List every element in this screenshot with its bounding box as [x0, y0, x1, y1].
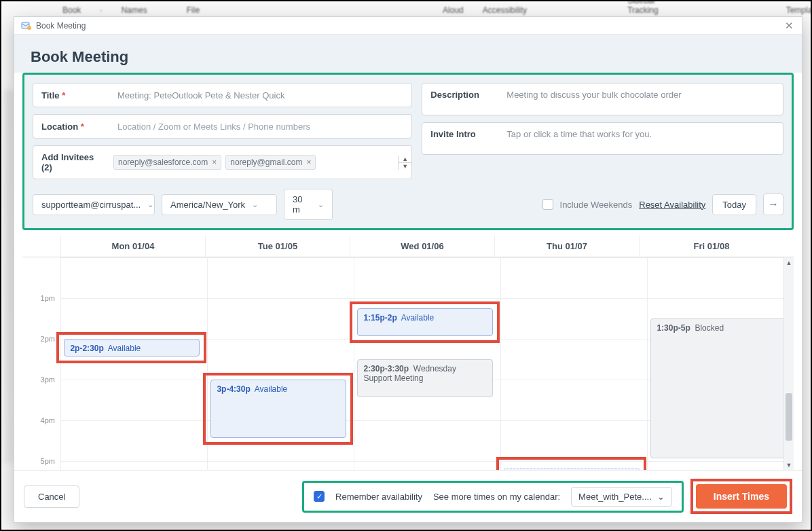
invitee-stepper[interactable]: ▲ ▼: [398, 155, 411, 170]
description-field[interactable]: Description Meeting to discuss your bulk…: [422, 83, 783, 115]
insert-times-button[interactable]: Insert Times: [696, 484, 787, 509]
modal-footer: Cancel ✓ Remember availability See more …: [14, 470, 802, 522]
more-times-label: See more times on my calendar:: [433, 492, 560, 502]
hour-label: 3pm: [41, 376, 55, 384]
blocked-event[interactable]: 1:30p-5p Blocked: [650, 318, 786, 458]
today-button[interactable]: Today: [712, 194, 756, 215]
invite-intro-field[interactable]: Invite Intro Tap or click a time that wo…: [422, 122, 783, 155]
include-weekends-checkbox[interactable]: [542, 199, 553, 210]
invitees-field[interactable]: Add Invitees (2) noreply@salesforce.com×…: [33, 145, 412, 179]
insert-highlight-frame: Insert Times: [690, 479, 792, 514]
chevron-down-icon: ⌄: [657, 492, 665, 502]
chevron-up-icon[interactable]: ▲: [399, 155, 411, 163]
page-title: Book Meeting: [31, 48, 786, 66]
scroll-thumb[interactable]: [786, 393, 792, 441]
remove-icon[interactable]: ×: [306, 158, 311, 167]
hour-label: 2pm: [41, 335, 55, 343]
remove-icon[interactable]: ×: [212, 158, 217, 167]
svg-point-1: [27, 26, 31, 30]
next-week-button[interactable]: →: [763, 194, 783, 215]
cancel-button[interactable]: Cancel: [24, 486, 79, 508]
chevron-down-icon[interactable]: ▼: [399, 163, 411, 170]
calendar-link-select[interactable]: Meet_with_Pete....⌄: [571, 487, 672, 507]
description-input[interactable]: Meeting to discuss your bulk chocolate o…: [498, 84, 783, 106]
title-input[interactable]: Meeting: PeteOutlook Pete & Nester Quick: [109, 84, 411, 107]
day-header: Fri 01/08: [639, 236, 783, 257]
modal-header: Book Meeting: [14, 35, 802, 73]
calendar: Mon 01/04 Tue 01/05 Wed 01/06 Thu 01/07 …: [22, 236, 794, 470]
invite-intro-input[interactable]: Tap or click a time that works for you.: [498, 123, 783, 145]
remember-availability-checkbox[interactable]: ✓: [314, 491, 325, 502]
drag-placeholder[interactable]: Click and drag...: [504, 468, 640, 470]
scroll-down-icon[interactable]: ▼: [784, 460, 794, 470]
scrollbar[interactable]: ▲ ▼: [783, 257, 794, 470]
busy-event[interactable]: 2:30p-3:30p Wednesday Support Meeting: [357, 359, 493, 397]
invitee-chip[interactable]: noreply@salesforce.com×: [113, 155, 221, 170]
account-select[interactable]: supportteam@cirruspat...⌄: [33, 194, 155, 215]
location-field[interactable]: Location * Location / Zoom or Meets Link…: [33, 114, 412, 139]
availability-slot[interactable]: 2p-2:30p Available: [64, 339, 200, 356]
remember-availability-label: Remember availability: [335, 492, 422, 502]
modal-title: Book Meeting: [36, 21, 86, 31]
hour-label: 5pm: [41, 457, 55, 465]
timezone-select[interactable]: America/New_York⌄: [162, 194, 277, 215]
day-header: Thu 01/07: [494, 236, 639, 257]
location-input[interactable]: Location / Zoom or Meets Links / Phone n…: [109, 115, 411, 138]
availability-slot[interactable]: 1:15p-2p Available: [357, 308, 493, 336]
duration-select[interactable]: 30 m⌄: [284, 189, 333, 220]
availability-slot[interactable]: 3p-4:30p Available: [210, 380, 346, 438]
include-weekends-label: Include Weekends: [560, 200, 633, 210]
hour-label: 1pm: [41, 294, 55, 302]
form-highlight-frame: Title * Meeting: PeteOutlook Pete & Nest…: [22, 73, 794, 230]
book-meeting-modal: Book Meeting ✕ Book Meeting Title * Meet…: [14, 16, 802, 523]
chevron-down-icon: ⌄: [252, 200, 258, 209]
close-icon[interactable]: ✕: [783, 20, 795, 32]
day-header: Mon 01/04: [60, 236, 205, 257]
day-header: Tue 01/05: [205, 236, 350, 257]
chevron-down-icon: ⌄: [318, 200, 324, 209]
hour-label: 4pm: [41, 416, 55, 424]
day-header: Wed 01/06: [350, 236, 494, 257]
calendar-mail-icon: [21, 20, 32, 31]
reset-availability-link[interactable]: Reset Availability: [639, 200, 705, 210]
scroll-up-icon[interactable]: ▲: [784, 257, 794, 268]
invitee-chip[interactable]: noreply@gmail.com×: [225, 155, 316, 170]
calendar-grid[interactable]: 1pm 2pm 3pm 4pm 5pm 6pm: [22, 257, 794, 470]
chevron-down-icon: ⌄: [147, 200, 153, 209]
footer-highlight-frame: ✓ Remember availability See more times o…: [302, 481, 684, 513]
title-field[interactable]: Title * Meeting: PeteOutlook Pete & Nest…: [33, 83, 412, 107]
modal-titlebar: Book Meeting ✕: [14, 17, 802, 35]
